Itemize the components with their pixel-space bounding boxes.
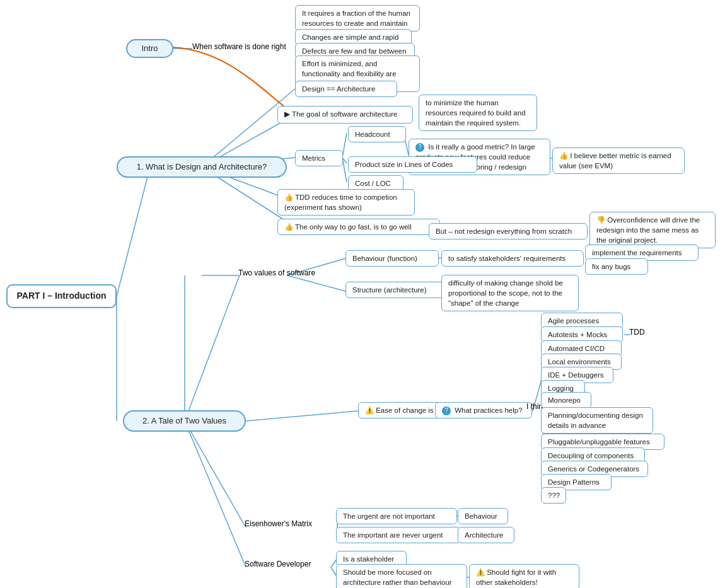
- svg-line-15: [342, 158, 347, 182]
- what-is-node: 1. What is Design and Architecture?: [117, 156, 287, 178]
- structure-node: Structure (architecture): [345, 282, 448, 298]
- overconfidence-node: 👎 Overconfidence will drive the redesign…: [589, 212, 716, 248]
- sw-developer-node: Software Developer: [245, 560, 311, 568]
- planning-node: Planning/documenting design details in a…: [541, 407, 653, 434]
- not-redesign-node: But – not redesign everything from scrat…: [429, 223, 588, 239]
- tale-label: 2. A Tale of Two Values: [142, 415, 226, 427]
- svg-line-13: [342, 133, 347, 158]
- metrics-node: Metrics: [295, 150, 343, 166]
- svg-line-21: [287, 275, 345, 291]
- svg-line-29: [185, 275, 240, 421]
- architecture-node: Architecture: [458, 527, 514, 543]
- part-intro-node: PART I – Introduction: [6, 284, 117, 308]
- more-focused-node: Should be more focused on architecture r…: [336, 564, 467, 588]
- goal-desc-node: to minimize the human resources required…: [419, 95, 537, 131]
- qqq-node: ???: [541, 487, 566, 504]
- loc-node: Product size in Lines of Codes: [348, 156, 477, 173]
- svg-line-7: [202, 89, 295, 167]
- fix-bugs-node: fix any bugs: [585, 258, 648, 275]
- important-node: The important are never urgent: [336, 527, 461, 543]
- svg-line-53: [185, 421, 246, 567]
- structure-desc-node: difficulty of making change shold be pro…: [441, 275, 579, 311]
- what-is-label: 1. What is Design and Architecture?: [137, 161, 267, 173]
- when-software-node: When software is done right: [192, 42, 286, 51]
- practices-q-node: ? What practices help?: [435, 402, 532, 418]
- go-fast-node: 👍 The only way to go fast, is to go well: [277, 219, 440, 235]
- goal-node: ▶ The goal of software architecture: [277, 106, 413, 124]
- tdd-node: 👍 TDD reduces time to competion (experim…: [277, 189, 415, 216]
- svg-line-0: [117, 167, 150, 296]
- behaviour2-node: Behaviour: [458, 508, 508, 524]
- fight-node: ⚠️ Should fight for it with other stakeh…: [469, 564, 579, 588]
- urgent-node: The urgent are not important: [336, 508, 457, 524]
- tale-node: 2. A Tale of Two Values: [123, 410, 246, 432]
- part-intro-label: PART I – Introduction: [16, 290, 106, 303]
- intro-node: Intro: [126, 39, 173, 58]
- headcount-ans-node: 👍 I believe better metric is earned valu…: [552, 147, 685, 174]
- design-arch-node: Design == Architecture: [295, 81, 397, 97]
- mindmap: PART I – Introduction Intro When softwar…: [0, 0, 725, 588]
- tdd-label-node: TDD: [629, 328, 645, 337]
- svg-line-30: [246, 411, 358, 421]
- two-values-node: Two values of software: [238, 268, 315, 277]
- headcount-node: Headcount: [348, 126, 406, 142]
- monorepo-node: Monorepo: [541, 392, 591, 408]
- svg-line-47: [185, 421, 246, 527]
- req1-node: It requires a fraction of the human reso…: [295, 5, 420, 32]
- eisenhower-node: Eisenhower's Matrix: [245, 519, 312, 528]
- behaviour-node: Behaviour (function): [345, 250, 439, 267]
- svg-line-14: [342, 158, 347, 163]
- satisfy-node: to satisfy stakeholders' requirements: [441, 250, 584, 267]
- intro-label: Intro: [141, 43, 158, 54]
